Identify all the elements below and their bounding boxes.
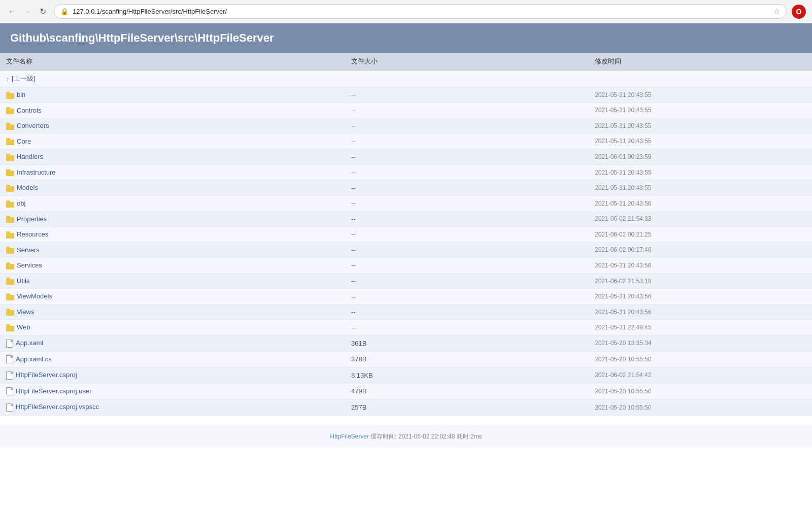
file-date: 2021-05-31 20:43:55 (589, 180, 812, 196)
file-size: 378B (345, 351, 589, 367)
file-link[interactable]: App.xaml.cs (16, 355, 52, 363)
file-size: -- (345, 227, 589, 243)
folder-link[interactable]: bin (17, 91, 25, 98)
bookmark-icon[interactable]: ☆ (773, 7, 780, 16)
folder-link[interactable]: Services (17, 261, 42, 269)
file-size: -- (345, 289, 589, 305)
folder-icon (6, 309, 14, 316)
table-row: Views--2021-05-31 20:43:56 (0, 304, 812, 320)
file-size: -- (345, 273, 589, 289)
folder-link[interactable]: Servers (17, 246, 40, 254)
folder-link[interactable]: Controls (17, 107, 41, 114)
table-row: Converters--2021-05-31 20:43:55 (0, 118, 812, 134)
file-date: 2021-06-02 21:54:42 (589, 367, 812, 384)
file-date: 2021-05-31 22:49:45 (589, 320, 812, 335)
file-date: 2021-05-31 20:43:55 (589, 118, 812, 134)
parent-link[interactable]: [上一级] (12, 75, 35, 82)
file-link[interactable]: HttpFileServer.csproj (16, 371, 77, 379)
file-table: 文件名称 文件大小 修改时间 ↑[上一级]bin--2021-05-31 20:… (0, 53, 812, 416)
file-size: -- (345, 149, 589, 165)
footer-info: 缓存时间: 2021-06-02 22:02:48 耗时:2ms (370, 433, 482, 440)
folder-icon (6, 185, 14, 192)
file-link[interactable]: HttpFileServer.csproj.user (16, 387, 92, 395)
folder-link[interactable]: Models (17, 184, 38, 191)
file-date: 2021-05-20 13:35:34 (589, 335, 812, 352)
file-size: -- (345, 211, 589, 227)
browser-chrome: ← → ↻ 🔒 ☆ O (0, 0, 812, 23)
table-body: ↑[上一级]bin--2021-05-31 20:43:55Controls--… (0, 71, 812, 416)
file-date: 2021-05-31 20:43:55 (589, 133, 812, 149)
table-row: bin--2021-05-31 20:43:55 (0, 87, 812, 103)
file-link[interactable]: App.xaml (16, 339, 43, 347)
file-size: -- (345, 180, 589, 196)
file-size: -- (345, 195, 589, 211)
url-input[interactable] (73, 8, 769, 15)
table-row: obj--2021-05-31 20:43:56 (0, 195, 812, 211)
table-header: 文件名称 文件大小 修改时间 (0, 53, 812, 71)
file-link[interactable]: HttpFileServer.csproj.vspscc (16, 403, 99, 411)
folder-icon (6, 138, 14, 145)
folder-link[interactable]: ViewModels (17, 292, 52, 300)
table-row: Web--2021-05-31 22:49:45 (0, 320, 812, 335)
folder-icon (6, 200, 14, 208)
browser-right-icons: O (792, 5, 806, 19)
file-date: 2021-05-31 20:43:56 (589, 289, 812, 305)
file-date: 2021-06-02 21:54:33 (589, 211, 812, 227)
file-size: -- (345, 133, 589, 149)
table-row: App.xaml.cs378B2021-05-20 10:55:50 (0, 351, 812, 367)
folder-icon (6, 231, 14, 239)
page-footer: HttpFileServer 缓存时间: 2021-06-02 22:02:48… (0, 426, 812, 447)
file-size: -- (345, 118, 589, 134)
address-bar: 🔒 ☆ (54, 4, 787, 19)
folder-icon (6, 324, 14, 331)
back-button[interactable]: ← (6, 6, 18, 18)
folder-link[interactable]: Core (17, 138, 31, 145)
folder-icon (6, 247, 14, 254)
file-size: -- (345, 103, 589, 118)
file-date: 2021-06-01 00:23:59 (589, 149, 812, 165)
folder-icon (6, 154, 14, 161)
file-date: 2021-05-31 20:43:56 (589, 258, 812, 274)
nav-buttons: ← → ↻ (6, 6, 49, 18)
table-row: HttpFileServer.csproj8.13KB2021-06-02 21… (0, 367, 812, 384)
file-date: 2021-06-02 21:53:18 (589, 273, 812, 289)
file-date: 2021-05-31 20:43:56 (589, 304, 812, 320)
table-row: Properties--2021-06-02 21:54:33 (0, 211, 812, 227)
folder-link[interactable]: obj (17, 199, 25, 207)
col-name-header: 文件名称 (0, 53, 345, 71)
table-row: Utils--2021-06-02 21:53:18 (0, 273, 812, 289)
table-row: Handlers--2021-06-01 00:23:59 (0, 149, 812, 165)
table-row: Resources--2021-06-02 00:21:25 (0, 227, 812, 243)
folder-link[interactable]: Utils (17, 277, 29, 285)
table-row: ↑[上一级] (0, 71, 812, 87)
file-size: -- (345, 320, 589, 335)
file-date: 2021-05-20 10:55:50 (589, 383, 812, 399)
folder-link[interactable]: Resources (17, 230, 48, 238)
file-size: -- (345, 258, 589, 274)
folder-link[interactable]: Infrastructure (17, 168, 56, 176)
col-size-header: 文件大小 (345, 53, 589, 71)
file-size: 257B (345, 399, 589, 416)
folder-link[interactable]: Properties (17, 215, 47, 223)
file-size: -- (345, 242, 589, 258)
table-row: Core--2021-05-31 20:43:55 (0, 133, 812, 149)
folder-link[interactable]: Views (17, 308, 34, 316)
file-size (345, 71, 589, 87)
address-icons: ☆ (773, 7, 780, 16)
folder-link[interactable]: Converters (17, 122, 49, 129)
folder-icon (6, 262, 14, 269)
file-date: 2021-05-20 10:55:50 (589, 399, 812, 416)
file-date: 2021-06-02 00:17:46 (589, 242, 812, 258)
file-date: 2021-05-20 10:55:50 (589, 351, 812, 367)
folder-link[interactable]: Web (17, 323, 30, 331)
footer-server-name: HttpFileServer (330, 433, 369, 440)
folder-icon (6, 107, 14, 114)
forward-button[interactable]: → (21, 6, 33, 18)
refresh-button[interactable]: ↻ (37, 6, 49, 18)
file-date: 2021-06-02 00:21:25 (589, 227, 812, 243)
parent-up-arrow-icon: ↑ (6, 75, 10, 83)
file-size: -- (345, 304, 589, 320)
folder-icon (6, 92, 14, 99)
folder-link[interactable]: Handlers (17, 153, 43, 160)
table-row: HttpFileServer.csproj.vspscc257B2021-05-… (0, 399, 812, 416)
